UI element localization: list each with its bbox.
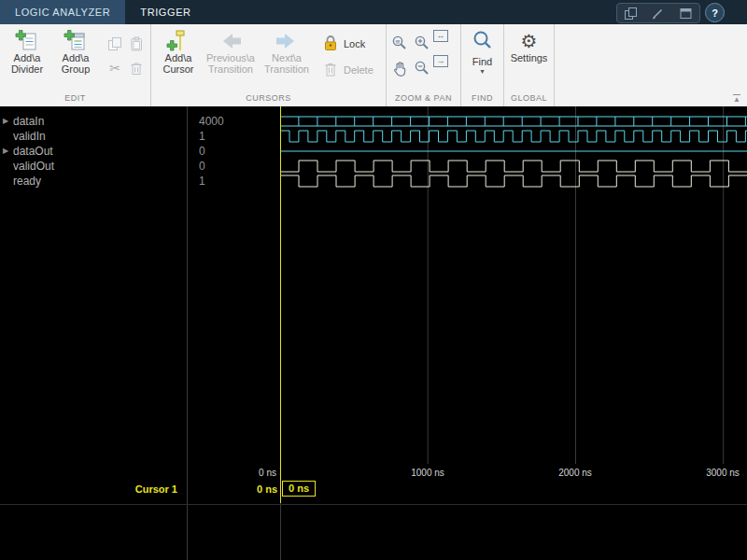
fit-to-view-icon[interactable]: ↔ <box>433 30 448 42</box>
section-label-global: GLOBAL <box>504 92 554 106</box>
expand-arrow-icon[interactable]: ▶ <box>3 114 13 129</box>
trash-icon <box>322 60 339 80</box>
delete-signal-icon[interactable] <box>126 56 147 79</box>
delete-cursor-button[interactable]: Delete <box>322 60 374 80</box>
add-cursor-button[interactable]: Add\a Cursor <box>154 27 203 75</box>
copy-figure-icon[interactable] <box>622 5 641 21</box>
zoom-in-time-icon[interactable] <box>388 30 411 55</box>
waveform-canvas[interactable] <box>280 106 747 504</box>
collapse-toolstrip-icon[interactable]: ▲ <box>733 94 740 104</box>
find-button[interactable]: Find ▾ <box>464 27 500 76</box>
previous-transition-icon <box>217 28 245 53</box>
signal-value: 0 <box>187 159 290 174</box>
add-cursor-icon <box>166 28 190 53</box>
signal-row-ready[interactable]: ready <box>0 174 185 189</box>
previous-transition-label: Previous\a Transition <box>206 53 255 75</box>
next-transition-icon <box>273 28 301 53</box>
zoom-in-icon[interactable] <box>411 30 433 55</box>
expand-arrow-icon[interactable]: ▶ <box>3 144 13 159</box>
signal-name: dataIn <box>13 114 44 129</box>
signal-name: ready <box>13 174 41 189</box>
find-icon <box>472 30 494 56</box>
cursor-row-divider <box>0 504 747 505</box>
toolstrip: Add\a Divider Add\a Group ✂ <box>0 24 747 107</box>
settings-button[interactable]: ⚙ Settings <box>507 27 551 64</box>
tab-logic-analyzer[interactable]: LOGIC ANALYZER <box>0 0 125 24</box>
help-button[interactable]: ? <box>705 3 725 22</box>
next-transition-label: Next\a Transition <box>264 53 309 75</box>
cursor-time-value: 0 ns <box>201 483 277 495</box>
delete-cursor-label: Delete <box>344 64 374 76</box>
quick-access-toolbar <box>616 3 700 23</box>
section-find: Find ▾ FIND <box>461 24 504 106</box>
add-group-icon <box>63 28 88 53</box>
toolstrip-filler: ▲ <box>555 24 747 106</box>
annotate-icon[interactable] <box>649 5 668 21</box>
signal-value: 1 <box>187 129 290 144</box>
cut-icon[interactable]: ✂ <box>105 56 125 79</box>
add-divider-label: Add\a Divider <box>11 53 43 75</box>
signal-value: 0 <box>187 144 290 159</box>
signal-row-validIn[interactable]: validIn <box>0 129 185 144</box>
time-cursor-line[interactable] <box>280 106 281 503</box>
tab-trigger[interactable]: TRIGGER <box>125 0 205 24</box>
pan-icon[interactable] <box>388 55 411 80</box>
add-cursor-label: Add\a Cursor <box>162 53 193 75</box>
edit-mini-buttons: ✂ <box>105 27 147 79</box>
add-divider-icon <box>15 28 39 53</box>
cursor-label: Cursor 1 <box>89 483 177 495</box>
add-divider-button[interactable]: Add\a Divider <box>3 27 51 75</box>
lock-label: Lock <box>344 38 365 49</box>
time-tick: 2000 ns <box>555 468 596 478</box>
zoom-to-cursor-icon[interactable]: → <box>433 55 448 67</box>
signal-row-dataIn[interactable]: ▶ dataIn <box>0 114 185 129</box>
signal-value: 1 <box>187 174 290 189</box>
paste-icon[interactable] <box>126 32 147 55</box>
signal-name: validOut <box>13 159 54 174</box>
names-values-divider[interactable] <box>187 106 188 560</box>
gear-icon: ⚙ <box>521 28 538 53</box>
next-transition-button[interactable]: Next\a Transition <box>259 27 315 75</box>
toolstrip-tab-bar: LOGIC ANALYZER TRIGGER ? <box>0 0 747 24</box>
section-label-edit: EDIT <box>0 92 150 106</box>
section-label-zoom-pan: ZOOM & PAN <box>387 92 460 106</box>
chevron-down-icon: ▾ <box>480 68 484 76</box>
section-edit: Add\a Divider Add\a Group ✂ <box>0 24 151 106</box>
add-group-label: Add\a Group <box>62 53 91 75</box>
time-tick: 3000 ns <box>702 468 743 478</box>
settings-label: Settings <box>511 53 548 64</box>
previous-transition-button[interactable]: Previous\a Transition <box>203 27 259 75</box>
signal-name: dataOut <box>13 144 53 159</box>
section-label-find: FIND <box>461 92 503 106</box>
zoom-out-icon[interactable] <box>411 55 433 80</box>
time-tick: 0 ns <box>239 468 276 478</box>
copy-icon[interactable] <box>105 32 125 55</box>
dock-figure-icon[interactable] <box>676 5 695 21</box>
cursor-flag[interactable]: 0 ns <box>282 481 316 497</box>
signal-row-dataOut[interactable]: ▶ dataOut <box>0 144 185 159</box>
lock-cursor-button[interactable]: Lock <box>322 34 374 54</box>
section-label-cursors: CURSORS <box>151 92 386 106</box>
signal-row-validOut[interactable]: validOut <box>0 159 185 174</box>
add-group-button[interactable]: Add\a Group <box>51 27 100 75</box>
section-zoom-pan: ↔ → ZOOM & PAN <box>387 24 461 106</box>
cursor-stack-buttons: Lock Delete <box>322 27 374 80</box>
lock-icon <box>322 34 339 54</box>
time-tick: 1000 ns <box>407 468 448 478</box>
section-global: ⚙ Settings GLOBAL <box>504 24 555 106</box>
zoom-buttons: ↔ → <box>388 24 460 80</box>
signal-name: validIn <box>13 129 46 144</box>
section-cursors: Add\a Cursor Previous\a Transition Next\… <box>151 24 387 106</box>
signal-value: 4000 <box>187 114 290 129</box>
